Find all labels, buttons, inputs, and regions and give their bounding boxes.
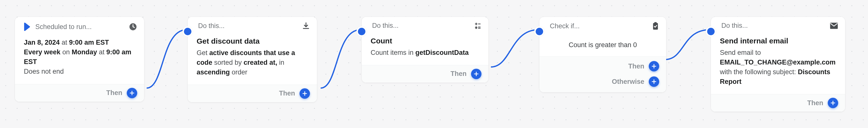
svg-rect-2 [654, 22, 657, 24]
input-port[interactable] [356, 26, 367, 37]
node-title: Count [371, 36, 479, 46]
workflow-node-condition[interactable]: Check if... Count is greater than 0 Then… [539, 17, 666, 92]
add-step-button[interactable] [828, 98, 838, 108]
node-head-label: Do this... [718, 22, 826, 30]
calculate-icon [474, 22, 482, 30]
node-description: Get active discounts that use a code sor… [197, 48, 308, 77]
schedule-line-2: Every week on Monday at 9:00 am EST [24, 47, 135, 67]
workflow-node-count[interactable]: Do this... Count Count items in getDisco… [362, 17, 489, 83]
email-icon [830, 22, 838, 29]
then-label: Then [451, 70, 467, 78]
add-otherwise-step-button[interactable] [649, 76, 659, 87]
clipboard-check-icon [652, 22, 659, 30]
workflow-node-send-email[interactable]: Do this... Send internal email Send emai… [711, 17, 845, 112]
clock-icon [129, 23, 137, 31]
node-title: Send internal email [720, 36, 836, 46]
then-label: Then [628, 62, 645, 70]
input-port[interactable] [534, 26, 545, 37]
then-label: Then [807, 99, 824, 107]
node-description: Send email to EMAIL_TO_CHANGE@example.co… [720, 48, 836, 87]
schedule-line-1: Jan 8, 2024 at 9:00 am EST [24, 38, 135, 47]
node-head-label: Check if... [546, 22, 648, 30]
add-step-button[interactable] [300, 88, 310, 99]
workflow-node-trigger[interactable]: Scheduled to run... Jan 8, 2024 at 9:00 … [15, 17, 144, 102]
add-step-button[interactable] [127, 88, 137, 98]
otherwise-label: Otherwise [612, 78, 644, 86]
download-icon [302, 22, 310, 30]
then-label: Then [279, 90, 295, 97]
schedule-line-3: Does not end [24, 67, 135, 76]
play-icon [22, 22, 32, 32]
input-port[interactable] [182, 26, 193, 37]
node-head-label: Do this... [195, 22, 299, 30]
node-head-label: Do this... [369, 22, 470, 30]
node-description: Count items in getDiscountData [371, 48, 479, 57]
workflow-canvas[interactable]: Scheduled to run... Jan 8, 2024 at 9:00 … [0, 0, 868, 128]
condition-expression: Count is greater than 0 [539, 34, 666, 56]
add-then-step-button[interactable] [649, 61, 659, 72]
node-head-label: Scheduled to run... [35, 23, 125, 31]
input-port[interactable] [706, 26, 716, 37]
workflow-node-get-discount-data[interactable]: Do this... Get discount data Get active … [188, 17, 317, 102]
node-title: Get discount data [197, 36, 308, 47]
then-label: Then [106, 89, 123, 97]
add-step-button[interactable] [471, 69, 482, 79]
